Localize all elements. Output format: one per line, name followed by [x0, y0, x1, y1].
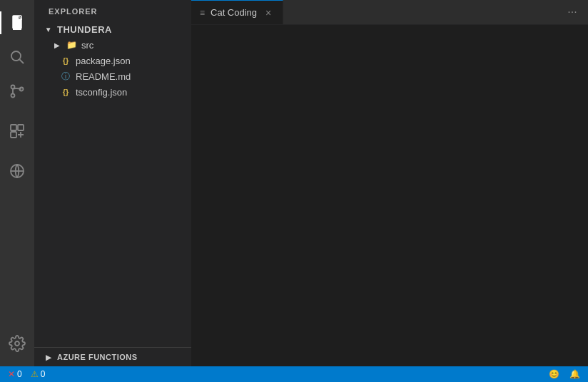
sidebar-content: THUNDERA ▶ 📁 src {} package.json ⓘ READM…	[34, 21, 191, 347]
file-item-readme-md[interactable]: ⓘ README.md	[34, 68, 191, 84]
svg-rect-6	[11, 125, 16, 130]
bell-icon: 🔔	[569, 369, 580, 379]
src-chevron: ▶	[51, 39, 63, 51]
src-label: src	[81, 40, 93, 51]
warning-count: 0	[41, 369, 46, 379]
src-folder-icon: 📁	[66, 39, 77, 51]
error-icon: ✕	[8, 369, 15, 379]
readme-md-label: README.md	[76, 71, 131, 82]
file-item-tsconfig-json[interactable]: {} tsconfig.json	[34, 84, 191, 100]
activity-bar	[0, 0, 34, 366]
sidebar-header: Explorer	[34, 0, 191, 21]
tab-bar: ≡ Cat Coding × ···	[191, 0, 588, 25]
search-icon	[9, 48, 26, 66]
tab-cat-coding[interactable]: ≡ Cat Coding ×	[191, 0, 283, 24]
more-actions-icon: ···	[567, 6, 577, 19]
tab-icon: ≡	[200, 8, 205, 18]
tsconfig-json-icon: {}	[60, 86, 71, 98]
status-errors[interactable]: ✕ 0	[6, 369, 24, 379]
activity-bar-item-remote[interactable]	[0, 154, 34, 188]
status-smiley[interactable]: 😊	[547, 369, 562, 379]
project-chevron	[43, 24, 54, 35]
folder-item-src[interactable]: ▶ 📁 src	[34, 37, 191, 53]
extensions-icon	[9, 123, 26, 140]
activity-bar-item-settings[interactable]	[0, 326, 34, 361]
sidebar: Explorer THUNDERA ▶ 📁 src {} package.jso…	[34, 0, 191, 366]
smiley-icon: 😊	[549, 369, 559, 379]
tab-bar-actions: ···	[562, 0, 588, 24]
svg-rect-8	[11, 132, 16, 138]
svg-rect-7	[18, 125, 24, 130]
editor-area: ≡ Cat Coding × ···	[191, 0, 588, 366]
status-bar: ✕ 0 ⚠ 0 😊 🔔	[0, 366, 588, 382]
project-name: THUNDERA	[57, 24, 112, 35]
readme-md-icon: ⓘ	[60, 71, 71, 82]
tab-close-button[interactable]: ×	[263, 7, 274, 19]
error-count: 0	[17, 369, 22, 379]
file-item-package-json[interactable]: {} package.json	[34, 53, 191, 68]
svg-point-11	[15, 341, 19, 346]
source-control-icon	[9, 83, 26, 100]
editor-content	[191, 25, 588, 366]
settings-icon	[9, 335, 26, 352]
svg-line-2	[20, 60, 24, 64]
status-bar-left: ✕ 0 ⚠ 0	[6, 369, 47, 379]
package-json-icon: {}	[60, 55, 71, 66]
app-container: Explorer THUNDERA ▶ 📁 src {} package.jso…	[0, 0, 588, 366]
activity-bar-item-extensions[interactable]	[0, 114, 34, 148]
package-json-label: package.json	[76, 56, 131, 66]
status-warnings[interactable]: ⚠ 0	[29, 369, 48, 379]
azure-functions-header[interactable]: AZURE FUNCTIONS	[34, 348, 191, 366]
remote-icon	[9, 162, 26, 180]
more-actions-button[interactable]: ···	[562, 2, 582, 22]
files-icon	[9, 14, 26, 31]
azure-functions-section: AZURE FUNCTIONS	[34, 347, 191, 366]
warning-icon: ⚠	[31, 369, 39, 379]
svg-point-1	[11, 51, 21, 61]
activity-bar-item-source-control[interactable]	[0, 74, 34, 108]
tab-label: Cat Coding	[211, 7, 257, 18]
activity-bar-item-search[interactable]	[0, 40, 34, 74]
svg-point-4	[11, 94, 15, 98]
status-bell[interactable]: 🔔	[567, 369, 582, 379]
azure-label: AZURE FUNCTIONS	[57, 353, 138, 361]
tsconfig-json-label: tsconfig.json	[76, 87, 127, 98]
azure-chevron	[43, 351, 54, 363]
project-folder-header[interactable]: THUNDERA	[34, 21, 191, 37]
activity-bar-item-explorer[interactable]	[0, 6, 34, 40]
status-bar-right: 😊 🔔	[547, 369, 582, 379]
